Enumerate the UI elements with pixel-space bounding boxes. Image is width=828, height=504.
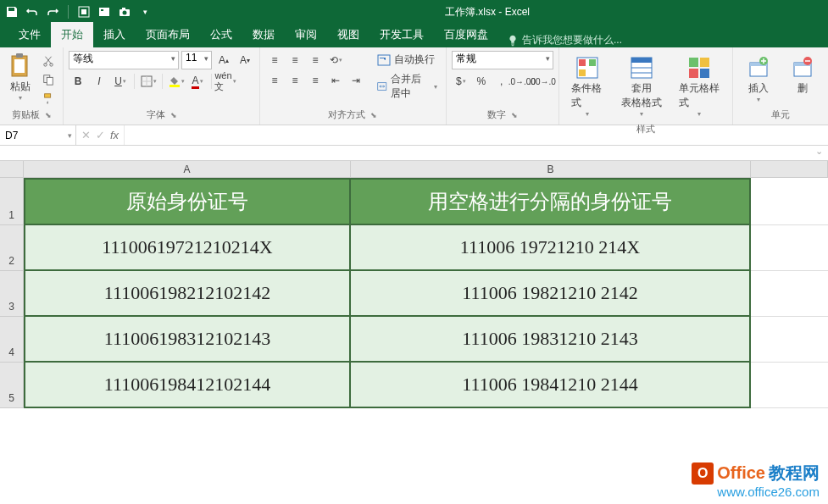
redo-icon[interactable] bbox=[46, 5, 59, 19]
cell-styles-button[interactable]: 单元格样式▾ bbox=[672, 51, 727, 121]
decrease-decimal-button[interactable]: .00→.0 bbox=[533, 72, 552, 91]
cell-a3[interactable]: 111006198212102142 bbox=[24, 271, 351, 317]
increase-font-button[interactable]: A▴ bbox=[214, 51, 233, 69]
tab-view[interactable]: 视图 bbox=[327, 22, 370, 47]
align-right-button[interactable]: ≡ bbox=[306, 71, 325, 90]
cell-b1[interactable]: 用空格进行分隔的身份证号 bbox=[351, 178, 751, 225]
svg-rect-13 bbox=[47, 77, 53, 85]
svg-rect-1 bbox=[81, 9, 86, 14]
cell-b4[interactable]: 111006 19831210 2143 bbox=[351, 317, 751, 363]
align-top-button[interactable]: ≡ bbox=[265, 51, 284, 69]
delete-cells-button[interactable]: 删 bbox=[782, 51, 823, 107]
svg-rect-8 bbox=[16, 53, 23, 58]
align-middle-button[interactable]: ≡ bbox=[286, 51, 304, 69]
align-bottom-button[interactable]: ≡ bbox=[306, 51, 325, 69]
row-header-1[interactable]: 1 bbox=[0, 178, 24, 225]
cell-b2[interactable]: 111006 19721210 214X bbox=[351, 225, 751, 271]
phonetic-button[interactable]: wén文 bbox=[216, 72, 235, 91]
insert-cells-button[interactable]: 插入▾ bbox=[738, 51, 779, 107]
svg-rect-24 bbox=[579, 69, 586, 76]
cancel-icon[interactable]: ✕ bbox=[81, 129, 91, 141]
cell-c4[interactable] bbox=[751, 317, 828, 363]
align-dialog-launcher[interactable]: ⬊ bbox=[370, 111, 377, 119]
tell-me-search[interactable]: 告诉我您想要做什么... bbox=[507, 33, 622, 47]
enter-icon[interactable]: ✓ bbox=[96, 129, 105, 141]
svg-rect-32 bbox=[700, 69, 709, 78]
select-all-corner[interactable] bbox=[0, 161, 24, 177]
tab-home[interactable]: 开始 bbox=[51, 22, 93, 47]
save-icon[interactable] bbox=[5, 5, 19, 19]
paste-button[interactable]: 粘贴 ▾ bbox=[5, 51, 36, 107]
copy-button[interactable] bbox=[39, 71, 58, 88]
tab-dev[interactable]: 开发工具 bbox=[370, 22, 434, 47]
font-name-combo[interactable]: 等线 bbox=[69, 51, 179, 69]
group-styles: 条件格式▾ 套用 表格格式▾ 单元格样式▾ 样式 bbox=[559, 47, 733, 125]
font-size-combo[interactable]: 11 bbox=[181, 51, 212, 69]
undo-icon[interactable] bbox=[25, 5, 39, 19]
accounting-format-button[interactable]: $ bbox=[452, 72, 470, 91]
qat-icon-2[interactable] bbox=[97, 5, 111, 19]
svg-rect-9 bbox=[14, 59, 25, 73]
percent-button[interactable]: % bbox=[472, 72, 491, 91]
tab-data[interactable]: 数据 bbox=[242, 22, 285, 47]
cut-button[interactable] bbox=[39, 53, 58, 69]
wrap-text-button[interactable]: 自动换行 bbox=[374, 51, 441, 69]
tab-layout[interactable]: 页面布局 bbox=[136, 22, 200, 47]
font-dialog-launcher[interactable]: ⬊ bbox=[170, 111, 177, 119]
svg-rect-14 bbox=[45, 94, 51, 97]
fx-icon[interactable]: fx bbox=[110, 129, 119, 141]
cell-a4[interactable]: 111006198312102143 bbox=[24, 317, 351, 363]
italic-button[interactable]: I bbox=[90, 72, 108, 91]
number-format-combo[interactable]: 常规 bbox=[452, 51, 553, 69]
qat-icon-1[interactable] bbox=[77, 5, 91, 19]
fill-color-button[interactable] bbox=[167, 72, 186, 91]
group-cells: 插入▾ 删 单元 bbox=[733, 47, 828, 125]
cell-a2[interactable]: 11100619721210214X bbox=[24, 225, 351, 271]
format-painter-button[interactable] bbox=[39, 90, 58, 107]
align-left-button[interactable]: ≡ bbox=[265, 71, 284, 90]
underline-button[interactable]: U bbox=[111, 72, 130, 91]
cell-b5[interactable]: 111006 19841210 2144 bbox=[351, 363, 751, 408]
cell-a5[interactable]: 111006198412102144 bbox=[24, 363, 351, 408]
cell-b3[interactable]: 111006 19821210 2142 bbox=[351, 271, 751, 317]
cell-c2[interactable] bbox=[751, 225, 828, 271]
borders-button[interactable] bbox=[139, 72, 158, 91]
tab-netdisk[interactable]: 百度网盘 bbox=[434, 22, 498, 47]
merge-icon bbox=[377, 80, 387, 92]
ribbon-tabs: 文件 开始 插入 页面布局 公式 数据 审阅 视图 开发工具 百度网盘 告诉我您… bbox=[0, 24, 828, 47]
conditional-format-button[interactable]: 条件格式▾ bbox=[564, 51, 611, 121]
align-center-button[interactable]: ≡ bbox=[286, 71, 304, 90]
number-dialog-launcher[interactable]: ⬊ bbox=[511, 111, 518, 119]
row-header-5[interactable]: 5 bbox=[0, 363, 24, 408]
group-label-clipboard: 剪贴板 bbox=[12, 108, 40, 121]
row-header-2[interactable]: 2 bbox=[0, 225, 24, 271]
row-header-4[interactable]: 4 bbox=[0, 317, 24, 363]
formula-bar-expand[interactable] bbox=[0, 146, 828, 161]
camera-icon[interactable] bbox=[118, 5, 131, 19]
tab-formulas[interactable]: 公式 bbox=[200, 22, 242, 47]
decrease-font-button[interactable]: A▾ bbox=[236, 51, 254, 69]
clipboard-dialog-launcher[interactable]: ⬊ bbox=[45, 111, 52, 119]
name-box[interactable]: D7 bbox=[0, 125, 76, 145]
cell-c3[interactable] bbox=[751, 271, 828, 317]
merge-center-button[interactable]: 合并后居中▾ bbox=[374, 70, 441, 102]
column-header-b[interactable]: B bbox=[351, 161, 751, 177]
increase-indent-button[interactable]: ⇥ bbox=[347, 71, 365, 90]
cell-c1[interactable] bbox=[751, 178, 828, 225]
row-header-3[interactable]: 3 bbox=[0, 271, 24, 317]
column-header-c[interactable] bbox=[751, 161, 828, 177]
font-color-button[interactable]: A bbox=[188, 72, 207, 91]
cell-a1[interactable]: 原始身份证号 bbox=[24, 178, 351, 225]
tab-file[interactable]: 文件 bbox=[8, 22, 51, 47]
cell-c5[interactable] bbox=[751, 363, 828, 408]
document-title: 工作簿.xlsx - Excel bbox=[152, 5, 823, 19]
bold-button[interactable]: B bbox=[69, 72, 87, 91]
column-header-a[interactable]: A bbox=[24, 161, 351, 177]
decrease-indent-button[interactable]: ⇤ bbox=[326, 71, 345, 90]
tab-review[interactable]: 审阅 bbox=[285, 22, 327, 47]
formula-input[interactable] bbox=[125, 125, 828, 145]
orientation-button[interactable]: ⟲ bbox=[326, 51, 345, 69]
tab-insert[interactable]: 插入 bbox=[93, 22, 136, 47]
table-format-button[interactable]: 套用 表格格式▾ bbox=[614, 51, 669, 121]
qat-customize-icon[interactable]: ▾ bbox=[138, 5, 152, 19]
